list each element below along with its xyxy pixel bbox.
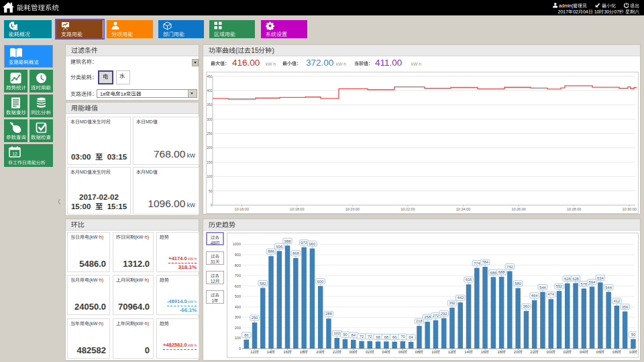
svg-text:442: 442 [457, 296, 464, 300]
svg-text:628: 628 [572, 277, 579, 281]
svg-text:288: 288 [325, 312, 332, 316]
svg-text:250: 250 [252, 316, 258, 320]
svg-text:300: 300 [235, 315, 241, 319]
svg-text:12: 12 [12, 152, 17, 156]
svg-text:300: 300 [207, 117, 213, 121]
svg-text:250: 250 [207, 131, 213, 135]
svg-text:200: 200 [235, 326, 241, 330]
svg-text:400: 400 [207, 88, 213, 93]
svg-text:70: 70 [400, 335, 405, 339]
svg-text:474: 474 [547, 292, 554, 296]
svg-text:936: 936 [276, 245, 282, 249]
svg-text:10:20:00: 10:20:00 [345, 207, 360, 211]
svg-text:0: 0 [239, 347, 241, 351]
svg-text:688: 688 [498, 270, 505, 274]
svg-text:450: 450 [207, 74, 213, 78]
svg-text:960: 960 [309, 242, 316, 246]
svg-text:292: 292 [441, 312, 447, 316]
svg-text:400: 400 [235, 305, 241, 309]
svg-text:634: 634 [597, 276, 604, 280]
svg-text:100: 100 [235, 336, 241, 340]
svg-text:580: 580 [515, 282, 521, 286]
svg-text:700: 700 [235, 274, 241, 278]
svg-text:412: 412 [614, 299, 621, 303]
svg-text:10:26:00: 10:26:00 [511, 207, 525, 211]
svg-text:200: 200 [207, 145, 213, 149]
svg-text:784: 784 [482, 260, 488, 264]
svg-text:582: 582 [260, 282, 266, 286]
svg-text:868: 868 [292, 251, 299, 255]
svg-text:988: 988 [284, 239, 291, 243]
svg-text:68: 68 [384, 335, 388, 339]
svg-text:350: 350 [207, 103, 213, 107]
svg-text:66: 66 [392, 335, 396, 339]
svg-text:626: 626 [564, 277, 571, 281]
svg-text:686: 686 [490, 271, 496, 275]
svg-text:10:24:00: 10:24:00 [456, 207, 470, 211]
svg-text:218: 218 [416, 319, 423, 323]
svg-text:72: 72 [368, 335, 372, 339]
svg-text:0: 0 [211, 203, 213, 207]
svg-text:972: 972 [301, 241, 307, 245]
svg-text:10:22:00: 10:22:00 [400, 207, 415, 211]
svg-text:10:18:00: 10:18:00 [290, 207, 304, 211]
svg-text:552: 552 [556, 284, 563, 288]
svg-text:600: 600 [235, 284, 241, 288]
svg-text:84: 84 [352, 333, 356, 337]
svg-text:742: 742 [506, 265, 513, 269]
svg-text:10:28:00: 10:28:00 [567, 207, 581, 211]
svg-text:800: 800 [235, 263, 241, 267]
svg-text:594: 594 [589, 280, 596, 284]
svg-text:86: 86 [244, 333, 248, 337]
svg-text:392: 392 [449, 301, 455, 305]
svg-text:90: 90 [631, 333, 635, 337]
svg-text:10:30:00: 10:30:00 [622, 207, 636, 211]
svg-text:464: 464 [531, 294, 538, 298]
svg-text:258: 258 [424, 315, 431, 319]
svg-text:616: 616 [466, 278, 472, 282]
svg-text:10:16:00: 10:16:00 [235, 207, 249, 211]
svg-text:50: 50 [209, 189, 213, 193]
svg-text:272: 272 [433, 314, 439, 318]
svg-text:100: 100 [207, 174, 213, 178]
svg-text:900: 900 [235, 253, 241, 257]
svg-text:72: 72 [360, 335, 364, 339]
svg-text:886: 886 [268, 249, 274, 253]
svg-text:500: 500 [235, 294, 241, 298]
svg-text:102: 102 [333, 331, 340, 335]
svg-text:360: 360 [523, 304, 530, 308]
svg-text:774: 774 [474, 261, 480, 265]
svg-text:356: 356 [622, 305, 629, 309]
svg-text:544: 544 [539, 286, 546, 290]
svg-text:1000: 1000 [233, 242, 241, 246]
svg-text:90: 90 [343, 333, 347, 337]
svg-text:68: 68 [376, 335, 380, 339]
svg-text:150: 150 [207, 160, 213, 164]
svg-text:600: 600 [317, 280, 324, 284]
svg-text:64: 64 [409, 335, 413, 339]
svg-text:576: 576 [580, 282, 587, 286]
svg-text:544: 544 [605, 286, 612, 290]
